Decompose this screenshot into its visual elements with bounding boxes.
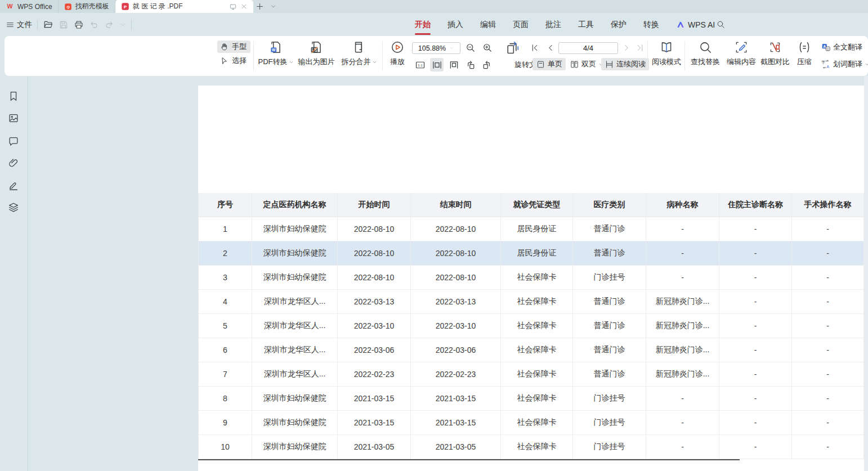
pdf-convert-button[interactable]: W PDF转换: [257, 40, 294, 67]
word-translate-button[interactable]: 字A 划词翻译: [821, 59, 868, 69]
new-tab-button[interactable]: [253, 0, 267, 13]
table-cell: 2022-03-10: [338, 314, 411, 338]
header-cell: 病种名称: [646, 193, 719, 217]
zoom-level-dropdown[interactable]: 105.88%: [412, 42, 460, 54]
undo-history-chevron-icon[interactable]: [119, 21, 126, 28]
table-cell: 6: [199, 338, 252, 362]
table-cell: 2021-03-15: [411, 411, 501, 435]
menu-item-edit[interactable]: 编辑: [480, 13, 496, 36]
rotate-pages-icon[interactable]: [504, 41, 520, 56]
table-cell: -: [646, 266, 719, 290]
toolbar-divider: [647, 41, 648, 71]
print-icon[interactable]: [74, 20, 84, 30]
last-page-icon[interactable]: [635, 43, 645, 53]
split-merge-icon: [352, 40, 366, 55]
fit-page-button[interactable]: [447, 58, 460, 71]
docer-icon: [64, 3, 72, 11]
menu-item-page[interactable]: 页面: [513, 13, 529, 36]
close-tab-icon[interactable]: [240, 3, 248, 10]
next-page-icon[interactable]: [621, 43, 632, 53]
full-translate-button[interactable]: A文 全文翻译: [821, 42, 862, 52]
screenshot-compare-button[interactable]: 截图对比: [759, 40, 791, 67]
continuous-reading-button[interactable]: 连续阅读: [601, 58, 649, 70]
bookmark-panel-icon[interactable]: [7, 90, 20, 102]
hamburger-icon: [6, 20, 15, 29]
table-cell: 9: [199, 411, 252, 435]
table-cell: 普通门诊: [573, 217, 646, 241]
first-page-icon[interactable]: [530, 43, 540, 53]
rotate-left-button[interactable]: [464, 58, 477, 71]
vertical-scrollbar[interactable]: [864, 76, 868, 471]
edit-content-button[interactable]: 编辑内容: [725, 40, 758, 67]
signature-panel-icon[interactable]: [7, 179, 20, 191]
split-merge-button[interactable]: 拆分合并: [339, 40, 379, 67]
full-translate-icon: A文: [821, 42, 831, 52]
find-replace-button[interactable]: 查找替换: [689, 40, 722, 67]
hand-icon: [220, 42, 229, 52]
rotate-right-button[interactable]: [480, 58, 493, 71]
compress-button[interactable]: 压缩: [793, 40, 816, 67]
header-cell: 序号: [199, 193, 252, 217]
table-cell: 深圳市妇幼保健院: [252, 217, 338, 241]
zoom-out-icon[interactable]: [465, 42, 476, 53]
screenshot-compare-label: 截图对比: [760, 57, 790, 67]
table-row: 10深圳市妇幼保健院2021-03-052021-03-05社会保障卡门诊挂号-…: [199, 435, 864, 459]
previous-page-icon[interactable]: [545, 43, 556, 53]
table-cell: 居民身份证: [501, 217, 573, 241]
menu-item-tools[interactable]: 工具: [578, 13, 594, 36]
menu-item-comment[interactable]: 批注: [545, 13, 561, 36]
actual-size-button[interactable]: 1:1: [413, 58, 427, 71]
records-table: 序号定点医药机构名称开始时间结束时间就诊凭证类型医疗类别病种名称住院主诊断名称手…: [198, 193, 864, 459]
edit-content-label: 编辑内容: [727, 57, 756, 67]
table-cell: 社会保障卡: [501, 362, 573, 387]
rotate-left-icon: [465, 59, 477, 71]
redo-icon[interactable]: [104, 20, 114, 30]
menu-search-icon[interactable]: [716, 20, 726, 29]
wps-ai-label: WPS AI: [688, 20, 715, 29]
single-page-button[interactable]: 单页: [533, 58, 566, 70]
split-merge-label: 拆分合并: [342, 57, 371, 67]
table-cell: 2022-02-23: [411, 362, 501, 387]
cursor-icon: [220, 56, 229, 66]
present-to-screen-icon[interactable]: [229, 3, 237, 11]
fit-width-button[interactable]: [430, 58, 444, 71]
open-file-icon[interactable]: [43, 19, 53, 30]
attachment-panel-icon[interactable]: [7, 157, 20, 169]
thumbnail-panel-icon[interactable]: [7, 112, 20, 124]
hand-tool-button[interactable]: 手型: [217, 41, 250, 53]
menu-item-protect[interactable]: 保护: [611, 13, 627, 36]
table-cell: 2021-03-05: [411, 435, 501, 459]
zoom-in-icon[interactable]: [482, 42, 493, 53]
menu-item-wps-ai[interactable]: WPS AI: [676, 13, 715, 36]
menu-item-home[interactable]: 开始: [415, 13, 431, 36]
table-cell: 2022-08-10: [411, 266, 501, 290]
tab-docer-templates[interactable]: 找稻壳模板: [59, 0, 115, 13]
tab-wps-office[interactable]: W WPS Office: [0, 0, 59, 13]
play-label: 播放: [390, 57, 405, 67]
tab-document-pdf[interactable]: P 就 医 记 录 .PDF: [115, 0, 253, 13]
menu-item-insert[interactable]: 插入: [448, 13, 463, 36]
table-row: 4深圳市龙华区人...2022-03-132022-03-13社会保障卡普通门诊…: [199, 290, 864, 314]
save-icon[interactable]: [59, 20, 69, 30]
svg-text:W: W: [272, 48, 276, 52]
file-menu-button[interactable]: 文件: [6, 20, 32, 30]
table-cell: 普通门诊: [573, 290, 646, 314]
table-row: 1深圳市妇幼保健院2022-08-102022-08-10居民身份证普通门诊--…: [199, 217, 864, 241]
export-image-button[interactable]: 输出为图片: [296, 40, 337, 67]
tab-list-chevron-icon[interactable]: [267, 0, 280, 13]
page-number-input[interactable]: 4/4: [558, 42, 618, 54]
comment-panel-icon[interactable]: [7, 135, 20, 147]
table-cell: 2021-03-15: [338, 387, 411, 411]
header-cell: 手术操作名称: [792, 193, 864, 217]
layers-panel-icon[interactable]: [7, 201, 20, 214]
undo-icon[interactable]: [89, 20, 99, 30]
table-cell: 2021-03-15: [338, 411, 411, 435]
play-button[interactable]: 播放: [386, 40, 409, 67]
table-cell: 1: [199, 217, 252, 241]
read-mode-button[interactable]: 阅读模式: [650, 40, 683, 67]
select-tool-button[interactable]: 选择: [217, 55, 250, 67]
menu-item-convert[interactable]: 转换: [643, 13, 659, 36]
toolbar-panel: 手型 选择 W PDF转换 输出为图片 拆分合并 播放 105.88% 1:: [5, 36, 868, 76]
menu-row: 文件 开始 插入 编辑 页面 批注 工具 保护 转换: [0, 13, 868, 36]
export-image-label: 输出为图片: [298, 57, 335, 67]
